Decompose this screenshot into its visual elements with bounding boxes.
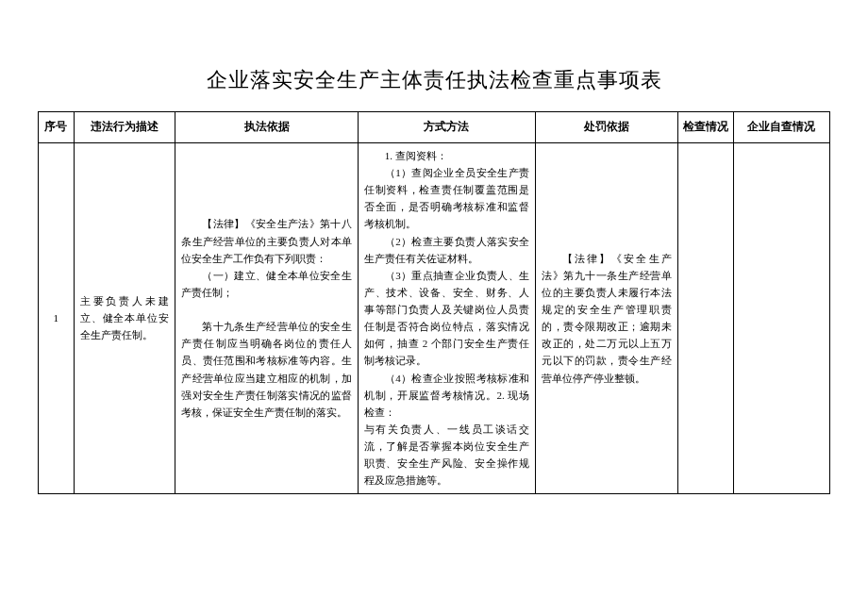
basis-p1: 【法律】《安全生产法》第十八条生产经营单位的主要负责人对本单位安全生产工作负有下… [181,215,352,266]
cell-penalty: 【法律】《安全生产法》第九十一条生产经营单位的主要负责人未履行本法规定的安全生产… [536,142,678,493]
method-1: （1）查阅企业全员安全生产责任制资料，检查责任制覆盖范围是否全面，是否明确考核标… [364,164,529,233]
basis-p2: （一）建立、健全本单位安全生产责任制； [181,267,352,301]
method-5: 与有关负责人、一线员工谈话交流，了解是否掌握本岗位安全生产职责、安全生产风险、安… [364,421,529,490]
col-method-header: 方式方法 [358,112,535,143]
col-check-header: 检查情况 [677,112,733,143]
method-2: （2）检查主要负责人落实安全生产责任有关佐证材料。 [364,233,529,267]
method-4: （4）检查企业按照考核标准和机制，开展监督考核情况。2. 现场检查： [364,370,529,421]
cell-basis: 【法律】《安全生产法》第十八条生产经营单位的主要负责人对本单位安全生产工作负有下… [175,142,359,493]
col-desc-header: 违法行为描述 [74,112,175,143]
col-basis-header: 执法依据 [175,112,359,143]
table-row: 1 主要负责人未建立、健全本单位安全生产责任制。 【法律】《安全生产法》第十八条… [39,142,830,493]
col-seq-header: 序号 [39,112,75,143]
cell-desc: 主要负责人未建立、健全本单位安全生产责任制。 [74,142,175,493]
cell-method: 1. 查阅资料： （1）查阅企业全员安全生产责任制资料，检查责任制覆盖范围是否全… [358,142,535,493]
cell-check [677,142,733,493]
inspection-table: 序号 违法行为描述 执法依据 方式方法 处罚依据 检查情况 企业自查情况 1 主… [38,111,830,494]
cell-self [733,142,829,493]
table-header-row: 序号 违法行为描述 执法依据 方式方法 处罚依据 检查情况 企业自查情况 [39,112,830,143]
page-title: 企业落实安全生产主体责任执法检查重点事项表 [38,66,830,94]
method-intro: 1. 查阅资料： [364,147,529,164]
col-self-header: 企业自查情况 [733,112,829,143]
basis-p3: 第十九条生产经营单位的安全生产责任制应当明确各岗位的责任人员、责任范围和考核标准… [181,318,352,421]
col-penalty-header: 处罚依据 [536,112,678,143]
cell-seq: 1 [39,142,75,493]
method-3: （3）重点抽查企业负责人、生产、技术、设备、安全、财务、人事等部门负责人及关键岗… [364,267,529,370]
penalty-p: 【法律】《安全生产法》第九十一条生产经营单位的主要负责人未履行本法规定的安全生产… [542,250,672,387]
